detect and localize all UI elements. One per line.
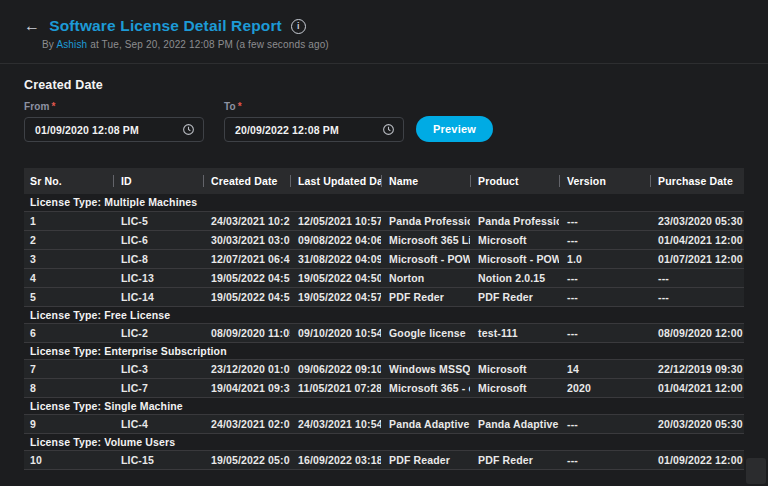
clock-icon[interactable]	[382, 123, 395, 136]
column-header: Created Date	[203, 168, 290, 194]
table-cell: 12/07/2021 06:46 p…	[203, 249, 290, 268]
table-cell: 24/03/2021 02:03 …	[203, 414, 290, 433]
to-date-value: 20/09/2022 12:08 PM	[235, 124, 339, 136]
table-row[interactable]: 6LIC-208/09/2020 11:05 …09/10/2020 10:54…	[24, 323, 744, 342]
author-link[interactable]: Ashish	[56, 39, 87, 50]
page-title: Software License Detail Report	[49, 17, 282, 35]
from-date-field: From* 01/09/2020 12:08 PM	[24, 101, 204, 142]
from-date-input[interactable]: 01/09/2020 12:08 PM	[24, 117, 204, 142]
table-cell: 24/03/2021 10:54 p…	[290, 414, 381, 433]
table-cell: ---	[559, 230, 650, 249]
group-header-row: License Type: Enterprise Subscription	[24, 342, 744, 359]
table-cell: PDF Reder	[470, 287, 559, 306]
table-cell: 19/05/2022 04:50 …	[203, 268, 290, 287]
table-row[interactable]: 1LIC-524/03/2021 10:20 p…12/05/2021 10:5…	[24, 211, 744, 230]
table-cell: 9	[24, 414, 113, 433]
table-cell: Microsoft - POWE…	[470, 249, 559, 268]
to-date-input[interactable]: 20/09/2022 12:08 PM	[224, 117, 404, 142]
table-cell: 8	[24, 378, 113, 397]
table-cell: ---	[559, 414, 650, 433]
table-cell: LIC-13	[113, 268, 203, 287]
table-cell: 31/08/2022 04:09 …	[290, 249, 381, 268]
table-cell: 09/08/2022 04:06 …	[290, 230, 381, 249]
table-cell: ---	[559, 268, 650, 287]
table-cell: Panda Profession…	[381, 211, 470, 230]
table-cell: Notion 2.0.15	[470, 268, 559, 287]
table-row[interactable]: 3LIC-812/07/2021 06:46 p…31/08/2022 04:0…	[24, 249, 744, 268]
table-cell: PDF Reder	[381, 287, 470, 306]
table-cell: 19/05/2022 05:00 …	[203, 450, 290, 469]
scrollbar-thumb[interactable]	[746, 458, 766, 484]
table-cell: 19/05/2022 04:56 …	[203, 287, 290, 306]
table-cell: 19/05/2022 04:57 …	[290, 287, 381, 306]
info-icon[interactable]: i	[291, 19, 306, 34]
table-cell: 4	[24, 268, 113, 287]
column-header: ID	[113, 168, 203, 194]
filter-section: Created Date From* 01/09/2020 12:08 PM T…	[0, 64, 768, 142]
column-header: Purchase Date	[650, 168, 744, 194]
group-header-row: License Type: Single Machine	[24, 397, 744, 414]
table-cell: ---	[650, 287, 744, 306]
group-header-label: License Type: Free License	[24, 306, 744, 323]
table-cell: PDF Reader	[381, 450, 470, 469]
table-row[interactable]: 9LIC-424/03/2021 02:03 …24/03/2021 10:54…	[24, 414, 744, 433]
table-cell: 16/09/2022 03:18 …	[290, 450, 381, 469]
preview-button[interactable]: Preview	[416, 116, 493, 142]
byline: By Ashish at Tue, Sep 20, 2022 12:08 PM …	[42, 39, 768, 50]
table-cell: 08/09/2020 11:05 …	[203, 323, 290, 342]
table-cell: 19/04/2021 09:30 a…	[203, 378, 290, 397]
table-cell: Microsoft 365 - en…	[381, 378, 470, 397]
table-cell: Panda Adaptive 3…	[381, 414, 470, 433]
back-arrow-icon[interactable]: ←	[24, 18, 40, 34]
report-header: ← Software License Detail Report i By As…	[0, 0, 768, 64]
group-header-label: License Type: Volume Users	[24, 433, 744, 450]
table-row[interactable]: 5LIC-1419/05/2022 04:56 …19/05/2022 04:5…	[24, 287, 744, 306]
table-cell: 09/06/2022 09:10 …	[290, 359, 381, 378]
table-cell: 1.0	[559, 249, 650, 268]
table-row[interactable]: 4LIC-1319/05/2022 04:50 …19/05/2022 04:5…	[24, 268, 744, 287]
table-cell: 01/09/2022 12:00 a…	[650, 450, 744, 469]
table-cell: ---	[559, 211, 650, 230]
table-cell: LIC-4	[113, 414, 203, 433]
table-cell: 30/03/2021 03:05 …	[203, 230, 290, 249]
table-cell: ---	[650, 268, 744, 287]
table-row[interactable]: 8LIC-719/04/2021 09:30 a…11/05/2021 07:2…	[24, 378, 744, 397]
table-cell: 09/10/2020 10:54 …	[290, 323, 381, 342]
table-cell: 19/05/2022 04:50 …	[290, 268, 381, 287]
table-cell: Microsoft	[470, 230, 559, 249]
table-cell: LIC-6	[113, 230, 203, 249]
table-row[interactable]: 7LIC-323/12/2020 01:01 pm09/06/2022 09:1…	[24, 359, 744, 378]
table-cell: LIC-5	[113, 211, 203, 230]
to-label: To*	[224, 101, 404, 112]
table-cell: Norton	[381, 268, 470, 287]
table-cell: 11/05/2021 07:28 p…	[290, 378, 381, 397]
table-cell: Google license	[381, 323, 470, 342]
table-cell: 20/03/2020 05:30 …	[650, 414, 744, 433]
table-cell: Windows MSSQL	[381, 359, 470, 378]
table-cell: 7	[24, 359, 113, 378]
from-date-value: 01/09/2020 12:08 PM	[35, 124, 139, 136]
table-row[interactable]: 10LIC-1519/05/2022 05:00 …16/09/2022 03:…	[24, 450, 744, 469]
table-cell: 3	[24, 249, 113, 268]
table-row[interactable]: 2LIC-630/03/2021 03:05 …09/08/2022 04:06…	[24, 230, 744, 249]
table-cell: LIC-14	[113, 287, 203, 306]
byline-prefix: By	[42, 39, 54, 50]
table-cell: ---	[559, 323, 650, 342]
table-cell: 2020	[559, 378, 650, 397]
to-date-field: To* 20/09/2022 12:08 PM	[224, 101, 404, 142]
table-cell: test-111	[470, 323, 559, 342]
table-cell: ---	[559, 450, 650, 469]
table-cell: 14	[559, 359, 650, 378]
clock-icon[interactable]	[182, 123, 195, 136]
table-cell: Panda Profession…	[470, 211, 559, 230]
table-cell: 01/04/2021 12:00 a…	[650, 378, 744, 397]
table-cell: 12/05/2021 10:57 a…	[290, 211, 381, 230]
column-header: Product	[470, 168, 559, 194]
column-header: Last Updated Date	[290, 168, 381, 194]
table-cell: LIC-2	[113, 323, 203, 342]
table-cell: 1	[24, 211, 113, 230]
table-cell: Microsoft	[470, 359, 559, 378]
table-cell: 01/04/2021 12:00 a…	[650, 230, 744, 249]
table-cell: 24/03/2021 10:20 p…	[203, 211, 290, 230]
table-cell: 23/12/2020 01:01 pm	[203, 359, 290, 378]
